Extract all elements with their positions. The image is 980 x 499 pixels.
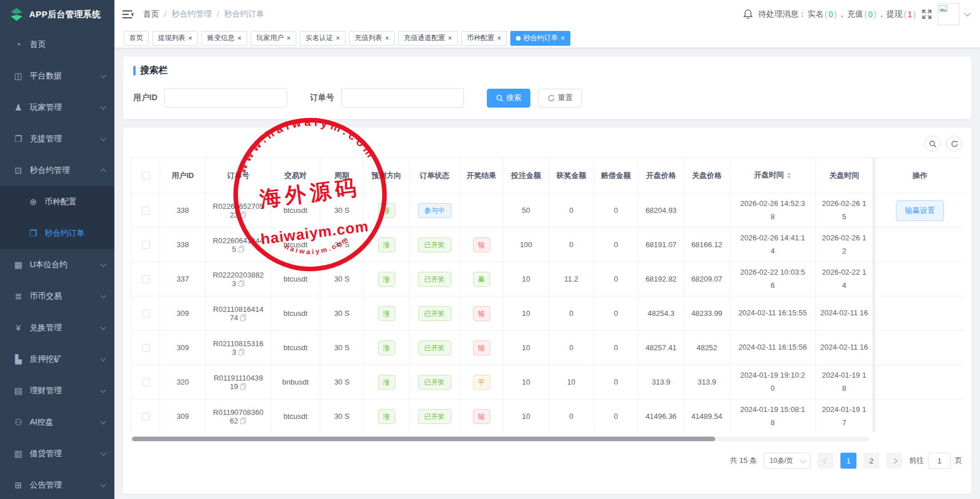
page-button-1[interactable]: 1 (840, 453, 856, 469)
fullscreen-icon[interactable] (922, 9, 932, 19)
horizontal-scrollbar[interactable] (131, 437, 869, 441)
tab-充值通道配置[interactable]: 充值通道配置× (398, 31, 458, 46)
tab-close-icon[interactable]: × (188, 35, 192, 42)
sidebar-subitem-秒合约订单[interactable]: ❐秒合约订单 (0, 217, 114, 249)
sidebar-item-充提管理[interactable]: ❐充提管理 (0, 123, 114, 155)
tab-实名认证[interactable]: 实名认证× (300, 31, 346, 46)
cell-user-id: 309 (160, 296, 206, 331)
copy-icon[interactable] (240, 417, 247, 424)
time-line: 2024-02-11 16:15:56 (733, 341, 812, 354)
win-lose-setting-button[interactable]: 输赢设置 (896, 200, 944, 221)
sidebar-toggle-button[interactable] (122, 10, 134, 19)
tab-close-icon[interactable]: × (237, 35, 241, 42)
sort-icon[interactable] (787, 171, 791, 181)
tab-label: 首页 (129, 33, 143, 43)
copy-icon[interactable] (238, 280, 245, 287)
sidebar-item-首页[interactable]: ◔首页 (0, 29, 114, 60)
tab-label: 充值通道配置 (404, 33, 445, 43)
table-refresh-button[interactable] (946, 136, 962, 152)
pagination: 共 15 条 10条/页 1 2 前往 页 (131, 441, 963, 478)
breadcrumb-item-首页[interactable]: 首页 (143, 9, 159, 19)
row-checkbox[interactable] (142, 378, 150, 386)
sidebar-subitem-币种配置[interactable]: ⊕币种配置 (0, 186, 114, 217)
tab-玩家用户[interactable]: 玩家用户× (251, 31, 296, 46)
cell-period: 30 S (320, 193, 364, 228)
page-size-value: 10条/页 (769, 456, 793, 466)
copy-icon[interactable] (240, 383, 247, 390)
cell-order-no: R0226065270523 (206, 193, 271, 228)
tab-close-icon[interactable]: × (385, 35, 389, 42)
cell-bet: 10 (503, 365, 549, 399)
next-page-button[interactable] (886, 453, 902, 469)
cell-open-time: 2024-02-11 16:15:55 (730, 296, 816, 331)
dashboard-icon: ◔ (11, 39, 25, 49)
tab-close-icon[interactable]: × (448, 35, 452, 42)
total-count: 共 15 条 (730, 456, 757, 466)
breadcrumb-separator: / (217, 10, 219, 19)
tab-close-icon[interactable]: × (561, 35, 565, 42)
copy-icon[interactable] (240, 314, 247, 321)
column-header-开奖结果: 开奖结果 (460, 158, 503, 193)
sidebar-item-平台数据[interactable]: ◫平台数据 (0, 60, 114, 92)
cell-open-price: 68204.93 (638, 193, 684, 228)
copy-icon[interactable] (238, 245, 245, 252)
copy-icon[interactable] (240, 211, 247, 218)
copy-icon[interactable] (238, 348, 245, 355)
tab-提现列表[interactable]: 提现列表× (152, 31, 198, 46)
horizontal-scrollbar-thumb[interactable] (132, 437, 715, 441)
sidebar-item-兑换管理[interactable]: ¥兑换管理 (0, 312, 114, 343)
row-checkbox[interactable] (142, 207, 150, 215)
tab-label: 币种配置 (467, 33, 494, 43)
row-checkbox[interactable] (142, 413, 150, 421)
sidebar-item-秒合约管理[interactable]: ⊡秒合约管理 (0, 155, 114, 186)
row-checkbox[interactable] (142, 241, 150, 249)
reset-button-label: 重置 (558, 93, 573, 103)
tab-秒合约订单[interactable]: 秒合约订单× (510, 31, 570, 46)
tab-close-icon[interactable]: × (336, 35, 340, 42)
tab-close-icon[interactable]: × (497, 35, 501, 42)
select-all-checkbox[interactable] (142, 172, 150, 180)
row-checkbox[interactable] (142, 275, 150, 283)
avatar[interactable] (938, 3, 959, 25)
user-id-input[interactable] (164, 88, 287, 108)
tab-账变信息[interactable]: 账变信息× (201, 31, 247, 46)
order-no-input[interactable] (341, 88, 464, 108)
goto-page-input[interactable] (928, 453, 951, 469)
page-button-2[interactable]: 2 (863, 453, 879, 469)
sidebar-item-质押挖矿[interactable]: ▙质押挖矿 (0, 343, 114, 375)
tab-首页[interactable]: 首页 (124, 31, 149, 46)
search-button-label: 搜索 (506, 93, 521, 103)
cell-pair: btcusdt (271, 399, 320, 433)
page-size-select[interactable]: 10条/页 (764, 453, 811, 469)
sidebar-item-公告管理[interactable]: ⊞公告管理 (0, 469, 114, 499)
reset-button[interactable]: 重置 (538, 89, 582, 108)
breadcrumb-item-秒合约管理[interactable]: 秒合约管理 (172, 9, 212, 19)
sidebar-item-借贷管理[interactable]: ▥借贷管理 (0, 438, 114, 469)
column-header-label: 周期 (335, 171, 350, 180)
prev-page-button[interactable] (818, 453, 834, 469)
orders-table-viewport: 用户ID订单号交易对周期预测方向订单状态开奖结果投注金额获奖金额赔偿金额开盘价格… (131, 157, 963, 432)
tab-币种配置[interactable]: 币种配置× (461, 31, 507, 46)
cell-close-price: 41489.54 (684, 399, 730, 433)
user-menu-caret-icon[interactable] (964, 10, 970, 16)
sidebar-item-币币交易[interactable]: ≣币币交易 (0, 280, 114, 312)
sidebar-item-玩家管理[interactable]: ♟玩家管理 (0, 92, 114, 123)
column-header-开盘时间: 开盘时间 (730, 158, 816, 193)
bell-icon[interactable] (743, 9, 753, 19)
cell-status: 参与中 (410, 193, 460, 228)
sidebar-item-理财管理[interactable]: ▤理财管理 (0, 375, 114, 406)
column-header-周期: 周期 (320, 158, 364, 193)
sidebar-item-U本位合约[interactable]: ▦U本位合约 (0, 249, 114, 280)
cell-close-time: 2026-02-26 15 (816, 193, 873, 228)
tab-充值列表[interactable]: 充值列表× (349, 31, 395, 46)
table-search-toggle-button[interactable] (925, 136, 941, 152)
row-checkbox[interactable] (142, 310, 150, 318)
sidebar-item-AI控盘[interactable]: ⚇AI控盘 (0, 406, 114, 438)
cell-win: 0 (549, 331, 594, 365)
row-checkbox[interactable] (142, 344, 150, 352)
sidebar-item-label: U本位合约 (30, 260, 101, 270)
tab-close-icon[interactable]: × (287, 35, 291, 42)
content: 搜索栏 用户ID 订单号 搜索 (114, 48, 980, 499)
chevron-down-icon (101, 104, 106, 109)
search-button[interactable]: 搜索 (487, 89, 530, 108)
